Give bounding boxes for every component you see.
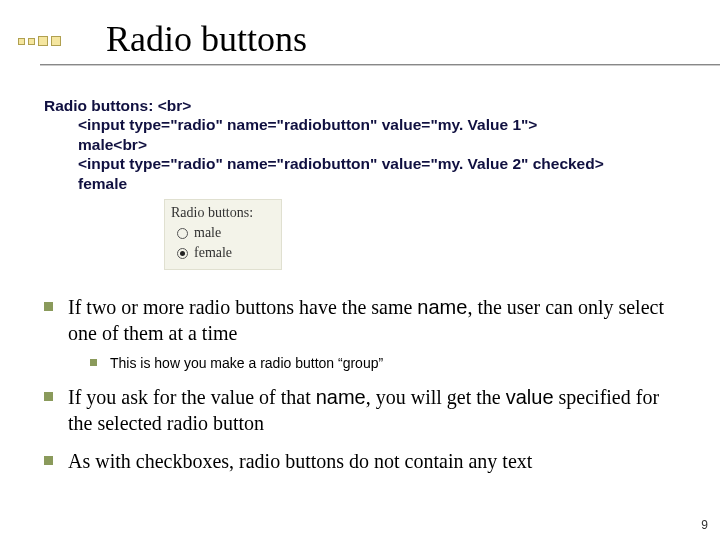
bullet-text: If you ask for the value of that xyxy=(68,386,316,408)
keyword-name: name xyxy=(316,386,366,408)
slide-title: Radio buttons xyxy=(26,18,720,60)
keyword-name: name xyxy=(417,296,467,318)
example-option-label: female xyxy=(194,244,232,263)
sub-bullet-list: This is how you make a radio button “gro… xyxy=(68,354,684,372)
title-area: Radio buttons xyxy=(0,0,720,66)
bullet-item: If you ask for the value of that name, y… xyxy=(44,384,684,436)
slide-number: 9 xyxy=(701,518,708,532)
bullet-text: , you will get the xyxy=(366,386,506,408)
keyword-value: value xyxy=(506,386,554,408)
code-line: <input type="radio" name="radiobutton" v… xyxy=(44,115,684,134)
code-line: Radio buttons: <br> xyxy=(44,97,191,114)
title-decoration xyxy=(18,36,61,46)
deco-square-icon xyxy=(18,38,25,45)
code-example: Radio buttons: <br> <input type="radio" … xyxy=(44,96,684,193)
deco-square-icon xyxy=(38,36,48,46)
radio-dot-icon xyxy=(180,251,185,256)
code-line: <input type="radio" name="radiobutton" v… xyxy=(44,154,684,173)
slide-content: Radio buttons: <br> <input type="radio" … xyxy=(0,66,720,474)
radio-checked-icon xyxy=(177,248,188,259)
radio-unchecked-icon xyxy=(177,228,188,239)
bullet-text: If two or more radio buttons have the sa… xyxy=(68,296,417,318)
bullet-item: As with checkboxes, radio buttons do not… xyxy=(44,448,684,474)
code-line: male<br> xyxy=(44,135,684,154)
bullet-item: If two or more radio buttons have the sa… xyxy=(44,294,684,372)
deco-square-icon xyxy=(51,36,61,46)
rendered-example: Radio buttons: male female xyxy=(164,199,282,270)
sub-bullet-item: This is how you make a radio button “gro… xyxy=(86,354,684,372)
example-option-label: male xyxy=(194,224,221,243)
example-radio-row: male xyxy=(177,224,275,243)
example-header: Radio buttons: xyxy=(171,204,275,223)
example-radio-row: female xyxy=(177,244,275,263)
bullet-list: If two or more radio buttons have the sa… xyxy=(44,294,684,474)
title-underline xyxy=(40,64,720,66)
code-line: female xyxy=(44,174,684,193)
deco-square-icon xyxy=(28,38,35,45)
